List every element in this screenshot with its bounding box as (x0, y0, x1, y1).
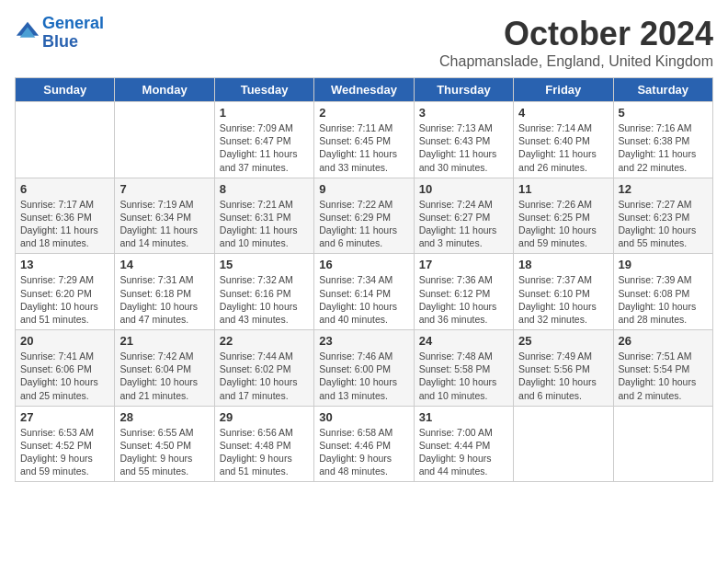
day-info: Sunrise: 7:00 AM Sunset: 4:44 PM Dayligh… (419, 426, 508, 478)
day-number: 4 (518, 106, 608, 120)
day-number: 29 (220, 410, 309, 424)
table-row: 1Sunrise: 7:09 AM Sunset: 6:47 PM Daylig… (214, 102, 313, 178)
table-row: 29Sunrise: 6:56 AM Sunset: 4:48 PM Dayli… (214, 406, 313, 482)
day-info: Sunrise: 7:19 AM Sunset: 6:34 PM Dayligh… (119, 198, 209, 250)
day-number: 22 (220, 334, 309, 348)
day-number: 2 (319, 106, 408, 120)
day-number: 27 (20, 410, 109, 424)
table-row: 3Sunrise: 7:13 AM Sunset: 6:43 PM Daylig… (414, 102, 513, 178)
day-number: 3 (419, 106, 508, 120)
table-row: 20Sunrise: 7:41 AM Sunset: 6:06 PM Dayli… (16, 330, 115, 407)
day-info: Sunrise: 6:56 AM Sunset: 4:48 PM Dayligh… (220, 426, 309, 478)
day-info: Sunrise: 7:24 AM Sunset: 6:27 PM Dayligh… (419, 198, 508, 250)
calendar-week-row: 13Sunrise: 7:29 AM Sunset: 6:20 PM Dayli… (16, 254, 713, 330)
day-info: Sunrise: 7:21 AM Sunset: 6:31 PM Dayligh… (220, 198, 309, 250)
table-row: 22Sunrise: 7:44 AM Sunset: 6:02 PM Dayli… (214, 330, 313, 407)
logo: General Blue (15, 15, 104, 52)
table-row: 9Sunrise: 7:22 AM Sunset: 6:29 PM Daylig… (314, 178, 414, 254)
table-row: 17Sunrise: 7:36 AM Sunset: 6:12 PM Dayli… (414, 254, 513, 330)
table-row: 30Sunrise: 6:58 AM Sunset: 4:46 PM Dayli… (314, 406, 414, 482)
day-info: Sunrise: 7:32 AM Sunset: 6:16 PM Dayligh… (220, 273, 309, 326)
day-info: Sunrise: 7:36 AM Sunset: 6:12 PM Dayligh… (419, 273, 508, 326)
table-row: 28Sunrise: 6:55 AM Sunset: 4:50 PM Dayli… (115, 406, 214, 482)
day-number: 6 (20, 182, 109, 196)
day-number: 21 (119, 334, 209, 348)
day-info: Sunrise: 7:13 AM Sunset: 6:43 PM Dayligh… (419, 121, 508, 174)
day-number: 24 (419, 334, 508, 348)
page-header: General Blue October 2024 Chapmanslade, … (15, 15, 713, 70)
day-info: Sunrise: 7:31 AM Sunset: 6:18 PM Dayligh… (119, 273, 209, 326)
day-info: Sunrise: 7:09 AM Sunset: 6:47 PM Dayligh… (220, 121, 309, 174)
day-number: 1 (220, 106, 309, 120)
day-info: Sunrise: 7:42 AM Sunset: 6:04 PM Dayligh… (119, 350, 209, 402)
day-number: 20 (20, 334, 109, 348)
table-row: 18Sunrise: 7:37 AM Sunset: 6:10 PM Dayli… (514, 254, 613, 330)
day-info: Sunrise: 7:48 AM Sunset: 5:58 PM Dayligh… (419, 350, 508, 402)
day-number: 17 (419, 258, 508, 271)
table-row: 5Sunrise: 7:16 AM Sunset: 6:38 PM Daylig… (613, 102, 712, 178)
calendar-week-row: 20Sunrise: 7:41 AM Sunset: 6:06 PM Dayli… (16, 330, 713, 407)
table-row: 4Sunrise: 7:14 AM Sunset: 6:40 PM Daylig… (514, 102, 613, 178)
calendar-body: 1Sunrise: 7:09 AM Sunset: 6:47 PM Daylig… (16, 102, 713, 482)
day-number: 25 (518, 334, 608, 348)
table-row: 15Sunrise: 7:32 AM Sunset: 6:16 PM Dayli… (214, 254, 313, 330)
day-info: Sunrise: 7:17 AM Sunset: 6:36 PM Dayligh… (20, 198, 109, 250)
col-wednesday: Wednesday (314, 78, 414, 102)
table-row (514, 406, 613, 482)
day-number: 7 (119, 182, 209, 196)
table-row: 2Sunrise: 7:11 AM Sunset: 6:45 PM Daylig… (314, 102, 414, 178)
day-info: Sunrise: 7:44 AM Sunset: 6:02 PM Dayligh… (220, 350, 309, 402)
table-row: 31Sunrise: 7:00 AM Sunset: 4:44 PM Dayli… (414, 406, 513, 482)
table-row: 27Sunrise: 6:53 AM Sunset: 4:52 PM Dayli… (16, 406, 115, 482)
day-number: 26 (619, 334, 708, 348)
calendar-week-row: 6Sunrise: 7:17 AM Sunset: 6:36 PM Daylig… (16, 178, 713, 254)
day-number: 11 (518, 182, 608, 196)
table-row: 7Sunrise: 7:19 AM Sunset: 6:34 PM Daylig… (115, 178, 214, 254)
day-info: Sunrise: 7:34 AM Sunset: 6:14 PM Dayligh… (319, 273, 408, 326)
month-title: October 2024 (439, 15, 713, 53)
day-info: Sunrise: 6:55 AM Sunset: 4:50 PM Dayligh… (119, 426, 209, 478)
day-info: Sunrise: 7:27 AM Sunset: 6:23 PM Dayligh… (619, 198, 708, 250)
day-info: Sunrise: 7:16 AM Sunset: 6:38 PM Dayligh… (619, 121, 708, 174)
table-row: 12Sunrise: 7:27 AM Sunset: 6:23 PM Dayli… (613, 178, 712, 254)
day-number: 28 (119, 410, 209, 424)
calendar-week-row: 27Sunrise: 6:53 AM Sunset: 4:52 PM Dayli… (16, 406, 713, 482)
table-row: 14Sunrise: 7:31 AM Sunset: 6:18 PM Dayli… (115, 254, 214, 330)
table-row: 19Sunrise: 7:39 AM Sunset: 6:08 PM Dayli… (613, 254, 712, 330)
day-info: Sunrise: 6:53 AM Sunset: 4:52 PM Dayligh… (20, 426, 109, 478)
day-info: Sunrise: 7:11 AM Sunset: 6:45 PM Dayligh… (319, 121, 408, 174)
day-number: 23 (319, 334, 408, 348)
location-subtitle: Chapmanslade, England, United Kingdom (439, 53, 713, 70)
logo-icon (15, 20, 40, 46)
table-row: 26Sunrise: 7:51 AM Sunset: 5:54 PM Dayli… (613, 330, 712, 407)
day-info: Sunrise: 7:39 AM Sunset: 6:08 PM Dayligh… (619, 273, 708, 326)
table-row: 24Sunrise: 7:48 AM Sunset: 5:58 PM Dayli… (414, 330, 513, 407)
day-info: Sunrise: 7:41 AM Sunset: 6:06 PM Dayligh… (20, 350, 109, 402)
table-row: 13Sunrise: 7:29 AM Sunset: 6:20 PM Dayli… (16, 254, 115, 330)
day-info: Sunrise: 7:37 AM Sunset: 6:10 PM Dayligh… (518, 273, 608, 326)
col-friday: Friday (514, 78, 613, 102)
day-number: 15 (220, 258, 309, 271)
day-number: 16 (319, 258, 408, 271)
table-row: 21Sunrise: 7:42 AM Sunset: 6:04 PM Dayli… (115, 330, 214, 407)
day-number: 30 (319, 410, 408, 424)
day-info: Sunrise: 7:29 AM Sunset: 6:20 PM Dayligh… (20, 273, 109, 326)
col-sunday: Sunday (16, 78, 115, 102)
day-info: Sunrise: 7:49 AM Sunset: 5:56 PM Dayligh… (518, 350, 608, 402)
day-number: 18 (518, 258, 608, 271)
day-number: 9 (319, 182, 408, 196)
table-row: 10Sunrise: 7:24 AM Sunset: 6:27 PM Dayli… (414, 178, 513, 254)
calendar-table: Sunday Monday Tuesday Wednesday Thursday… (15, 77, 713, 482)
day-number: 8 (220, 182, 309, 196)
table-row: 16Sunrise: 7:34 AM Sunset: 6:14 PM Dayli… (314, 254, 414, 330)
table-row: 11Sunrise: 7:26 AM Sunset: 6:25 PM Dayli… (514, 178, 613, 254)
day-info: Sunrise: 7:22 AM Sunset: 6:29 PM Dayligh… (319, 198, 408, 250)
day-number: 12 (619, 182, 708, 196)
table-row (613, 406, 712, 482)
table-row: 8Sunrise: 7:21 AM Sunset: 6:31 PM Daylig… (214, 178, 313, 254)
day-number: 5 (619, 106, 708, 120)
day-number: 19 (619, 258, 708, 271)
calendar-week-row: 1Sunrise: 7:09 AM Sunset: 6:47 PM Daylig… (16, 102, 713, 178)
col-saturday: Saturday (613, 78, 712, 102)
day-info: Sunrise: 7:46 AM Sunset: 6:00 PM Dayligh… (319, 350, 408, 402)
